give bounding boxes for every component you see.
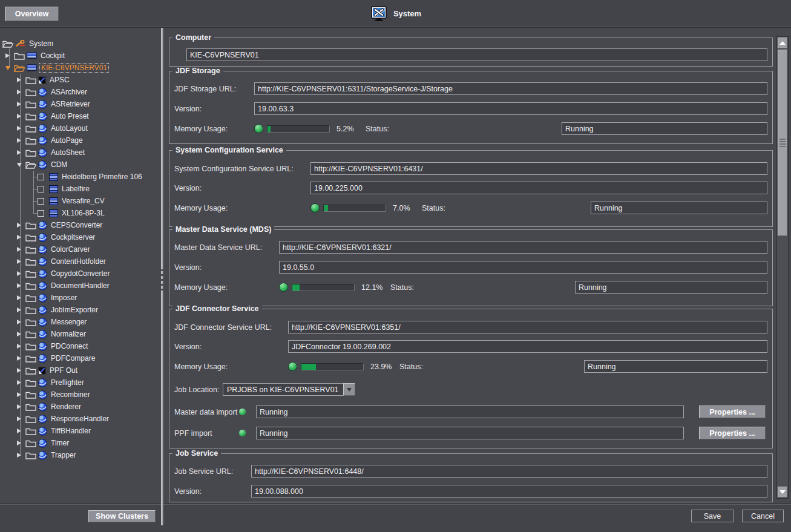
tree-item-imposer[interactable]: Imposer: [0, 292, 160, 304]
checkbox-icon[interactable]: [38, 198, 44, 205]
tree-item-asretriever[interactable]: ASRetriever: [0, 98, 160, 110]
expander-icon[interactable]: [17, 223, 25, 228]
tree-item-ppf-out[interactable]: PPF Out: [0, 364, 160, 376]
expander-icon[interactable]: [17, 247, 25, 252]
show-clusters-button[interactable]: Show Clusters: [88, 510, 156, 522]
job-service-url-field[interactable]: [251, 465, 767, 478]
job-service-version-field[interactable]: [251, 485, 767, 498]
master-data-url-field[interactable]: [279, 241, 767, 254]
tree-item-copydotconverter[interactable]: CopydotConverter: [0, 268, 160, 280]
tree-item-normalizer[interactable]: Normalizer: [0, 328, 160, 340]
tree-item-kie-c6vpnserv01[interactable]: KIE-C6VPNSERV01: [0, 62, 160, 74]
expander-icon[interactable]: [17, 368, 25, 373]
tree-item-cockpitserver[interactable]: Cockpitserver: [0, 231, 160, 243]
expander-icon[interactable]: [17, 259, 25, 264]
expander-icon[interactable]: [17, 271, 25, 276]
ppf-import-properties-button[interactable]: Properties ...: [699, 427, 766, 439]
expander-icon[interactable]: [17, 138, 25, 143]
vertical-scrollbar[interactable]: [776, 36, 789, 499]
system-configuration-url-field[interactable]: [310, 162, 767, 175]
tree-item-autosheet[interactable]: AutoSheet: [0, 146, 160, 159]
expander-icon[interactable]: [17, 77, 25, 82]
system-configuration-version-field[interactable]: [310, 182, 767, 194]
splitter-grip[interactable]: [161, 269, 163, 291]
tree-item-preflighter[interactable]: Preflighter: [0, 376, 160, 389]
jdf-storage-version-field[interactable]: [254, 102, 767, 115]
expander-icon[interactable]: [17, 163, 25, 167]
jdf-connector-version-field[interactable]: [288, 340, 767, 353]
jdf-storage-url-field[interactable]: [254, 82, 767, 95]
cancel-button[interactable]: Cancel: [742, 510, 784, 522]
master-data-import-properties-button[interactable]: Properties ...: [699, 406, 766, 418]
scroll-down-button[interactable]: [778, 487, 787, 498]
jdf-connector-status-field[interactable]: [584, 360, 767, 373]
expander-icon[interactable]: [17, 441, 25, 445]
tree-item-cdm[interactable]: CDM: [0, 159, 160, 171]
tree-item-cockpit[interactable]: Cockpit: [0, 50, 160, 62]
job-location-dropdown[interactable]: PRJOBS on KIE-C6VPNSERV01: [223, 383, 355, 396]
expander-icon[interactable]: [17, 150, 25, 155]
jdf-storage-status-field[interactable]: [562, 122, 767, 135]
tree-item-pdconnect[interactable]: PDConnect: [0, 340, 160, 352]
tree-item-heidelberg-primefire-106[interactable]: Heidelberg Primefire 106: [0, 171, 160, 183]
expander-icon[interactable]: [5, 53, 14, 58]
tree-item-apsc[interactable]: APSC: [0, 74, 160, 86]
tree-item-labelfire[interactable]: Labelfire: [0, 183, 160, 195]
expander-icon[interactable]: [17, 380, 25, 385]
expander-icon[interactable]: [17, 404, 25, 409]
expander-icon[interactable]: [17, 416, 25, 421]
checkbox-icon[interactable]: [38, 174, 44, 180]
tree-item-timer[interactable]: Timer: [0, 437, 160, 449]
dropdown-arrow-button[interactable]: [343, 383, 355, 396]
expander-icon[interactable]: [17, 235, 25, 240]
tree-item-renderer[interactable]: Renderer: [0, 401, 160, 413]
checkbox-icon[interactable]: [38, 210, 44, 217]
tree-item-auto-preset[interactable]: Auto Preset: [0, 110, 160, 122]
checkbox-icon[interactable]: [38, 186, 44, 192]
sidebar-splitter[interactable]: [161, 28, 163, 525]
expander-icon[interactable]: [17, 295, 25, 300]
expander-icon[interactable]: [17, 90, 25, 94]
ppf-import-status-field[interactable]: [256, 427, 684, 439]
tree-item-xl106-8p-3l[interactable]: XL106-8P-3L: [0, 207, 160, 219]
tree-item-recombiner[interactable]: Recombiner: [0, 389, 160, 401]
tree-item-autopage[interactable]: AutoPage: [0, 134, 160, 146]
tree-item-system[interactable]: System: [0, 38, 160, 50]
expander-icon[interactable]: [17, 332, 25, 337]
expander-icon[interactable]: [17, 126, 25, 131]
expander-icon[interactable]: [17, 344, 25, 349]
expander-icon[interactable]: [17, 307, 25, 312]
expander-icon[interactable]: [17, 114, 25, 119]
tree-item-cepsconverter[interactable]: CEPSConverter: [0, 219, 160, 231]
tree-item-jobimexporter[interactable]: JobImExporter: [0, 304, 160, 316]
tree-item-responsehandler[interactable]: ResponseHandler: [0, 413, 160, 425]
master-data-import-status-field[interactable]: [256, 406, 684, 418]
expander-icon[interactable]: [17, 320, 25, 324]
scroll-up-button[interactable]: [778, 38, 787, 48]
system-configuration-status-field[interactable]: [591, 202, 767, 214]
tree-item-contenthotfolder[interactable]: ContentHotfolder: [0, 255, 160, 268]
jdf-connector-url-field[interactable]: [288, 321, 767, 333]
expander-icon[interactable]: [17, 356, 25, 361]
expander-icon[interactable]: [17, 453, 25, 458]
expander-icon[interactable]: [5, 66, 14, 70]
expander-icon[interactable]: [17, 283, 25, 288]
service-icon: [38, 342, 47, 351]
tree-item-tiffbhandler[interactable]: TiffBHandler: [0, 425, 160, 437]
tree-item-asarchiver[interactable]: ASArchiver: [0, 86, 160, 98]
master-data-version-field[interactable]: [279, 261, 767, 274]
master-data-status-field[interactable]: [575, 281, 767, 294]
computer-name-field[interactable]: [186, 48, 767, 61]
tree-item-documenthandler[interactable]: DocumentHandler: [0, 280, 160, 292]
scrollbar-thumb[interactable]: [778, 50, 787, 236]
tree-item-messenger[interactable]: Messenger: [0, 316, 160, 328]
tree-item-autolayout[interactable]: AutoLayout: [0, 122, 160, 134]
tree-item-versafire-cv[interactable]: Versafire_CV: [0, 195, 160, 207]
expander-icon[interactable]: [17, 102, 25, 107]
expander-icon[interactable]: [17, 392, 25, 397]
expander-icon[interactable]: [17, 429, 25, 433]
tree-item-pdfcompare[interactable]: PDFCompare: [0, 352, 160, 364]
tree-item-trapper[interactable]: Trapper: [0, 449, 160, 461]
save-button[interactable]: Save: [691, 510, 734, 522]
tree-item-colorcarver[interactable]: ColorCarver: [0, 243, 160, 255]
